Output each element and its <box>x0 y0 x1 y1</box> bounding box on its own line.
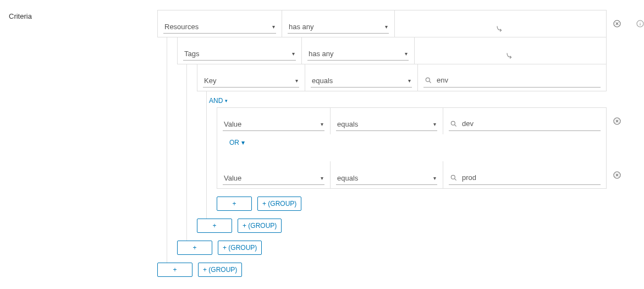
operator-select-value-2[interactable]: equals ▾ <box>336 172 437 185</box>
close-circle-icon <box>613 117 621 126</box>
search-icon <box>450 174 458 182</box>
add-rule-button[interactable]: + <box>197 219 232 233</box>
remove-clause-button[interactable] <box>613 171 621 179</box>
operator-select-resources[interactable]: has any ▾ <box>288 20 389 34</box>
field-select-key[interactable]: Key ▾ <box>203 74 299 88</box>
clause-resources: Resources ▾ has any ▾ <box>157 10 607 37</box>
connector-label: OR <box>229 139 239 146</box>
value-input-field[interactable] <box>461 119 599 128</box>
close-circle-icon <box>613 171 621 179</box>
chevron-down-icon: ▾ <box>321 121 323 127</box>
info-button[interactable] <box>636 19 644 28</box>
value-input-field[interactable] <box>461 173 599 182</box>
field-label: Resources <box>164 23 199 31</box>
chevron-down-icon: ▾ <box>433 121 436 127</box>
operator-select-key[interactable]: equals ▾ <box>311 74 412 88</box>
chevron-down-icon: ▾ <box>385 24 388 30</box>
add-rule-button[interactable]: + <box>217 197 252 211</box>
field-select-value-1[interactable]: Value ▾ <box>223 118 324 131</box>
add-rule-button[interactable]: + <box>177 241 212 255</box>
field-label: Tags <box>184 50 199 58</box>
operator-select-tags[interactable]: has any ▾ <box>307 47 409 61</box>
operator-label: has any <box>289 23 314 31</box>
chevron-down-icon: ▾ <box>225 98 228 103</box>
value-input-key[interactable] <box>423 74 601 88</box>
svg-point-4 <box>451 121 455 125</box>
add-rule-button[interactable]: + <box>157 263 192 277</box>
chevron-down-icon: ▾ <box>272 24 275 30</box>
svg-point-3 <box>426 78 430 81</box>
remove-clause-button[interactable] <box>613 19 621 28</box>
arrow-down-right-icon <box>496 24 505 34</box>
clause-tags: Tags ▾ has any ▾ <box>177 37 607 64</box>
field-label: Value <box>224 120 241 128</box>
value-input-field[interactable] <box>436 75 599 85</box>
connector-and[interactable]: AND ▾ <box>209 97 607 105</box>
remove-clause-button[interactable] <box>613 117 621 126</box>
svg-point-6 <box>451 175 455 179</box>
operator-label: equals <box>337 120 358 128</box>
operator-select-value-1[interactable]: equals ▾ <box>336 118 437 131</box>
field-select-value-2[interactable]: Value ▾ <box>223 172 324 185</box>
add-group-button[interactable]: + (GROUP) <box>218 241 262 255</box>
chevron-down-icon: ▾ <box>292 51 295 57</box>
chevron-down-icon: ▾ <box>241 139 245 146</box>
add-group-button[interactable]: + (GROUP) <box>198 263 242 277</box>
value-input-dev[interactable] <box>449 118 601 131</box>
field-select-tags[interactable]: Tags ▾ <box>183 47 296 61</box>
arrow-down-right-icon <box>505 51 515 61</box>
chevron-down-icon: ▾ <box>405 51 408 57</box>
add-group-button[interactable]: + (GROUP) <box>238 219 282 233</box>
value-input-prod[interactable] <box>449 172 601 185</box>
criteria-label: Criteria <box>9 10 157 20</box>
connector-or[interactable]: OR ▾ <box>229 139 245 146</box>
search-icon <box>425 77 432 84</box>
operator-label: equals <box>337 174 358 182</box>
clause-value-prod: Value ▾ equals ▾ <box>217 161 607 189</box>
operator-label: equals <box>312 77 333 85</box>
chevron-down-icon: ▾ <box>295 78 298 84</box>
chevron-down-icon: ▾ <box>408 78 411 84</box>
expand-indicator <box>400 24 601 34</box>
svg-point-2 <box>640 21 640 22</box>
clause-key: Key ▾ equals ▾ <box>197 64 607 91</box>
clause-or-connector-row: OR ▾ <box>217 134 607 162</box>
search-icon <box>450 120 458 128</box>
add-group-button[interactable]: + (GROUP) <box>257 197 301 211</box>
field-label: Key <box>204 77 216 85</box>
chevron-down-icon: ▾ <box>433 175 436 181</box>
connector-label: AND <box>209 97 223 105</box>
chevron-down-icon: ▾ <box>321 175 323 181</box>
operator-label: has any <box>309 50 334 58</box>
clause-value-dev: Value ▾ equals ▾ <box>217 107 607 135</box>
info-icon <box>636 19 644 28</box>
field-select-resources[interactable]: Resources ▾ <box>163 20 276 34</box>
close-circle-icon <box>613 19 621 28</box>
expand-indicator <box>420 51 601 61</box>
field-label: Value <box>224 174 241 182</box>
